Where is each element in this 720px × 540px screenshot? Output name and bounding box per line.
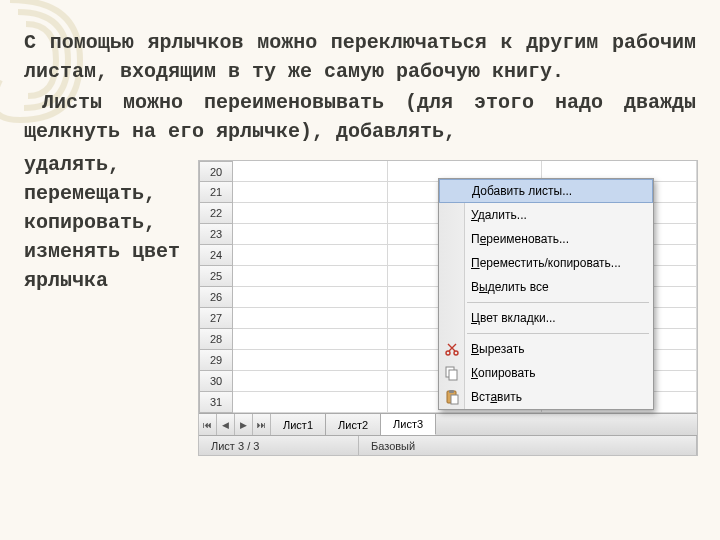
svg-point-0 [446, 351, 450, 355]
sheet-tab-active[interactable]: Лист3 [381, 414, 436, 435]
sheet-tabs-bar: ⏮ ◀ ▶ ⏭ Лист1 Лист2 Лист3 [199, 413, 697, 435]
svg-rect-3 [449, 370, 457, 380]
copy-icon [443, 364, 461, 382]
menu-label: Выделить все [471, 280, 549, 294]
menu-label: Копировать [471, 366, 536, 380]
row-header[interactable]: 21 [199, 182, 233, 203]
row-header[interactable]: 28 [199, 329, 233, 350]
svg-point-1 [454, 351, 458, 355]
menu-paste[interactable]: Вставить [439, 385, 653, 409]
row-header[interactable]: 30 [199, 371, 233, 392]
menu-delete[interactable]: Удалить... [439, 203, 653, 227]
menu-add-sheets[interactable]: Добавить листы... [439, 179, 653, 203]
menu-separator [467, 302, 649, 303]
paragraph-1: С помощью ярлычков можно переключаться к… [24, 28, 696, 86]
menu-label: Добавить листы... [472, 184, 572, 198]
row-header[interactable]: 20 [199, 161, 233, 182]
svg-rect-5 [449, 390, 454, 393]
menu-select-all[interactable]: Выделить все [439, 275, 653, 299]
row-header[interactable]: 23 [199, 224, 233, 245]
status-sheet-count: Лист 3 / 3 [199, 436, 359, 455]
tab-nav-prev-icon[interactable]: ◀ [217, 414, 235, 435]
menu-tab-color[interactable]: Цвет вкладки... [439, 306, 653, 330]
row-header[interactable]: 27 [199, 308, 233, 329]
menu-label: Переименовать... [471, 232, 569, 246]
menu-move-copy[interactable]: Переместить/копировать... [439, 251, 653, 275]
menu-label: Переместить/копировать... [471, 256, 621, 270]
row-header[interactable]: 24 [199, 245, 233, 266]
menu-label: Вырезать [471, 342, 524, 356]
menu-copy[interactable]: Копировать [439, 361, 653, 385]
row-header[interactable]: 29 [199, 350, 233, 371]
svg-rect-6 [451, 395, 458, 404]
status-style: Базовый [359, 436, 697, 455]
sheet-context-menu: Добавить листы... Удалить... Переименова… [438, 178, 654, 410]
tab-nav-next-icon[interactable]: ▶ [235, 414, 253, 435]
paste-icon [443, 388, 461, 406]
menu-label: Цвет вкладки... [471, 311, 556, 325]
sheet-tab[interactable]: Лист2 [326, 414, 381, 435]
paragraph-2: Листы можно переименовывать (для этого н… [24, 88, 696, 146]
status-bar: Лист 3 / 3 Базовый [199, 435, 697, 455]
menu-separator [467, 333, 649, 334]
row-header[interactable]: 31 [199, 392, 233, 413]
menu-label: Удалить... [471, 208, 527, 222]
menu-rename[interactable]: Переименовать... [439, 227, 653, 251]
menu-cut[interactable]: Вырезать [439, 337, 653, 361]
cut-icon [443, 340, 461, 358]
row-header[interactable]: 25 [199, 266, 233, 287]
menu-label: Вставить [471, 390, 522, 404]
row-header[interactable]: 22 [199, 203, 233, 224]
tab-nav-first-icon[interactable]: ⏮ [199, 414, 217, 435]
sheet-tab[interactable]: Лист1 [271, 414, 326, 435]
row-header[interactable]: 26 [199, 287, 233, 308]
tab-nav-last-icon[interactable]: ⏭ [253, 414, 271, 435]
row-header-column: 20 21 22 23 24 25 26 27 28 29 30 31 [199, 161, 233, 413]
